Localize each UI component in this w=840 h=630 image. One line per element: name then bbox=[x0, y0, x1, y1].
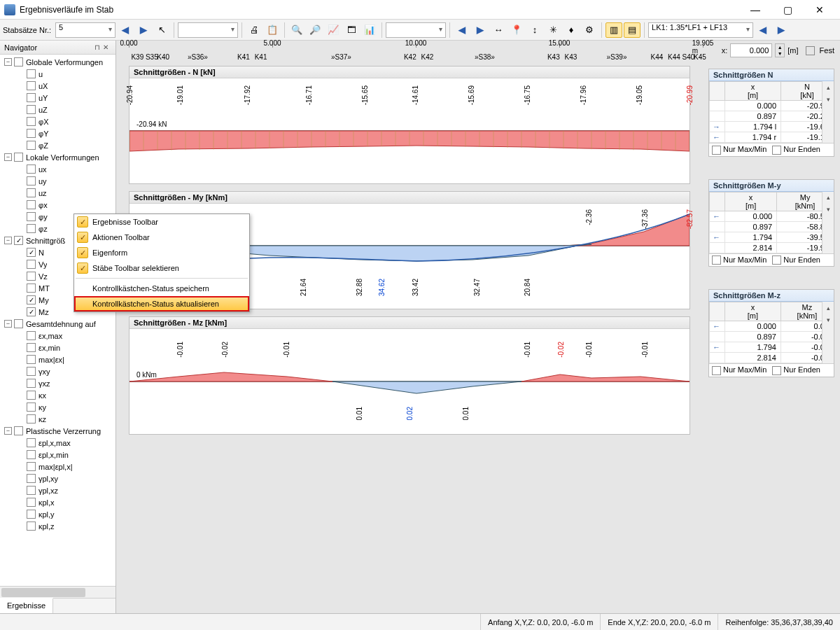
window-minimize[interactable]: — bbox=[739, 0, 771, 20]
item-checkbox[interactable] bbox=[27, 450, 36, 459]
expander-icon[interactable]: − bbox=[4, 237, 12, 244]
item-checkbox[interactable] bbox=[27, 272, 36, 281]
step-back-button[interactable]: ◀ bbox=[454, 22, 470, 38]
prev-member-button[interactable]: ◀ bbox=[117, 22, 134, 38]
nurenden-checkbox[interactable] bbox=[772, 255, 781, 265]
context-menu-item[interactable]: ✓Aktionen Toolbar bbox=[74, 230, 249, 245]
item-checkbox[interactable] bbox=[27, 498, 36, 507]
item-checkbox[interactable] bbox=[27, 81, 36, 90]
item-checkbox[interactable] bbox=[27, 224, 36, 233]
item-checkbox[interactable] bbox=[27, 93, 36, 102]
tool-b-icon[interactable]: 📍 bbox=[508, 22, 525, 38]
group-checkbox[interactable] bbox=[14, 426, 23, 435]
tree-item-label[interactable]: εx,min bbox=[38, 344, 60, 352]
stabsatz-combo[interactable]: 5 bbox=[55, 22, 115, 38]
item-checkbox[interactable] bbox=[27, 69, 36, 78]
panel-vscroll[interactable]: ▴▾ bbox=[822, 192, 834, 253]
tree-item-label[interactable]: γpl,xz bbox=[38, 486, 58, 495]
nurmaxmin-checkbox[interactable] bbox=[712, 366, 721, 375]
tree-item-label[interactable]: My bbox=[38, 296, 49, 304]
pin-icon[interactable]: ⊓ bbox=[94, 43, 100, 51]
tree-item-label[interactable]: εpl,x,min bbox=[38, 451, 69, 459]
loadcase-combo[interactable]: LK1: 1.35*LF1 + LF13 bbox=[648, 22, 753, 38]
step-fwd-button[interactable]: ▶ bbox=[472, 22, 489, 38]
tree-item-label[interactable]: γxz bbox=[38, 379, 50, 388]
panel-vscroll[interactable]: ▴▾ bbox=[822, 81, 834, 143]
tree-item-label[interactable]: max|εpl,x| bbox=[38, 463, 73, 471]
context-menu-item[interactable]: ✓Ergebnisse Toolbar bbox=[74, 214, 249, 230]
tree-group-label[interactable]: Gesamtdehnung auf bbox=[26, 320, 96, 328]
tree-item-label[interactable]: uX bbox=[38, 82, 48, 90]
next-member-button[interactable]: ▶ bbox=[135, 22, 152, 38]
item-checkbox[interactable] bbox=[27, 414, 36, 424]
smooth-icon[interactable]: 📈 bbox=[325, 22, 342, 38]
tree-item-label[interactable]: φY bbox=[38, 130, 48, 138]
results-icon[interactable]: 🗔 bbox=[343, 22, 360, 38]
tree-item-label[interactable]: φZ bbox=[38, 141, 48, 150]
expander-icon[interactable]: − bbox=[4, 427, 12, 435]
tree-item-label[interactable]: κpl,z bbox=[38, 522, 55, 531]
zoom-out-icon[interactable]: 🔎 bbox=[307, 22, 323, 38]
tree-item-label[interactable]: Mz bbox=[38, 308, 49, 316]
nurmaxmin-checkbox[interactable] bbox=[712, 146, 721, 155]
excel-export-icon[interactable]: 📊 bbox=[361, 22, 378, 38]
context-menu-item[interactable]: Kontrollkästchen-Status speichern bbox=[74, 281, 249, 296]
item-checkbox[interactable] bbox=[27, 402, 36, 412]
tree-item-label[interactable]: κy bbox=[38, 403, 46, 412]
context-menu-item[interactable]: Kontrollkästchen-Status aktualisieren bbox=[74, 296, 249, 312]
tree-item-label[interactable]: φx bbox=[38, 201, 48, 209]
item-checkbox[interactable] bbox=[27, 391, 36, 400]
tree-item-label[interactable]: uZ bbox=[38, 106, 48, 114]
tree-item-label[interactable]: Vy bbox=[38, 260, 47, 269]
item-checkbox[interactable] bbox=[27, 188, 36, 197]
tree-item-label[interactable]: εx,max bbox=[38, 332, 62, 340]
tree-item-label[interactable]: κpl,y bbox=[38, 510, 55, 519]
item-checkbox[interactable] bbox=[27, 212, 36, 221]
tree-item-label[interactable]: uy bbox=[38, 177, 47, 186]
print-icon[interactable]: 🖨 bbox=[246, 22, 262, 38]
item-checkbox[interactable] bbox=[27, 164, 36, 174]
close-panel-icon[interactable]: ✕ bbox=[103, 43, 108, 51]
item-checkbox[interactable] bbox=[27, 200, 36, 209]
item-checkbox[interactable] bbox=[27, 307, 36, 316]
item-checkbox[interactable] bbox=[27, 117, 36, 126]
nurenden-checkbox[interactable] bbox=[772, 146, 781, 155]
window-maximize[interactable]: ▢ bbox=[771, 0, 804, 20]
tree-item-label[interactable]: φy bbox=[38, 213, 48, 221]
window-close[interactable]: ✕ bbox=[804, 0, 836, 20]
tree-group-label[interactable]: Schnittgröß bbox=[26, 237, 65, 245]
tree-item-label[interactable]: MT bbox=[38, 284, 50, 293]
expander-icon[interactable]: − bbox=[4, 58, 12, 66]
fest-checkbox[interactable] bbox=[806, 46, 815, 55]
tree-group-label[interactable]: Globale Verformungen bbox=[26, 58, 103, 66]
tree-item-label[interactable]: u bbox=[38, 70, 43, 78]
item-checkbox[interactable] bbox=[27, 295, 36, 304]
view-combo[interactable] bbox=[178, 22, 238, 38]
context-menu-item[interactable]: ✓Eigenform bbox=[74, 245, 249, 260]
tree-item-label[interactable]: γpl,xy bbox=[38, 475, 58, 483]
tree-group-label[interactable]: Plastische Verzerrung bbox=[26, 427, 101, 435]
x-input[interactable] bbox=[730, 43, 772, 57]
item-checkbox[interactable] bbox=[27, 176, 36, 186]
zoom-in-icon[interactable]: 🔍 bbox=[288, 22, 305, 38]
tool-f-icon[interactable]: ⚙ bbox=[581, 22, 598, 38]
tool-d-icon[interactable]: ✳ bbox=[545, 22, 561, 38]
tree-item-label[interactable]: κz bbox=[38, 415, 46, 424]
item-checkbox[interactable] bbox=[27, 367, 36, 376]
item-checkbox[interactable] bbox=[27, 141, 36, 150]
expander-icon[interactable]: − bbox=[4, 320, 12, 328]
context-menu[interactable]: ✓Ergebnisse Toolbar✓Aktionen Toolbar✓Eig… bbox=[74, 214, 250, 312]
tree-item-label[interactable]: Vz bbox=[38, 272, 48, 281]
tree-item-label[interactable]: γxy bbox=[38, 368, 50, 376]
item-checkbox[interactable] bbox=[27, 438, 36, 447]
print-settings-icon[interactable]: 📋 bbox=[264, 22, 281, 38]
misc-combo[interactable] bbox=[386, 22, 446, 38]
tool-e-icon[interactable]: ♦ bbox=[563, 22, 580, 38]
item-checkbox[interactable] bbox=[27, 129, 36, 138]
group-checkbox[interactable] bbox=[14, 153, 23, 162]
pick-member-icon[interactable]: ↖ bbox=[153, 22, 170, 38]
result-tree[interactable]: −Globale VerformungenuuXuYuZφXφYφZ−Lokal… bbox=[0, 55, 115, 586]
item-checkbox[interactable] bbox=[27, 474, 36, 483]
navigator-hscroll[interactable] bbox=[0, 586, 115, 598]
panel-vscroll[interactable]: ▴▾ bbox=[822, 302, 834, 363]
